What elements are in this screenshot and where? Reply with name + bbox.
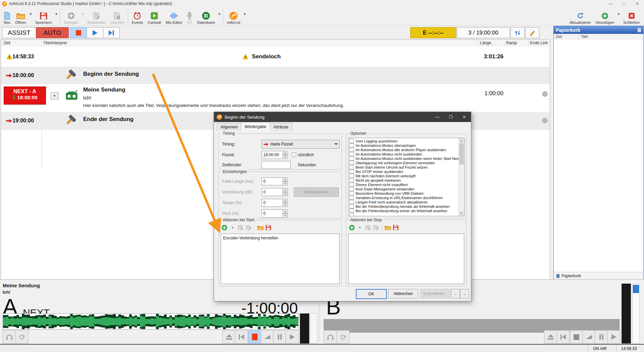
zeitfenster-input[interactable] (262, 161, 290, 169)
actions-start-list[interactable]: Encoder-Verbindung herstellen (221, 234, 339, 284)
fade-input[interactable]: 0 (262, 177, 284, 185)
add-action-button[interactable] (348, 224, 356, 231)
assist-button[interactable]: ASSIST (2, 27, 36, 38)
options-list[interactable]: Vom Logging ausnehmen Im Automations-Mod… (348, 138, 465, 216)
playlist-row-sendeloch[interactable]: 14:58:33 Sendeloch 3:01:26 (1, 47, 550, 67)
checkbox[interactable] (350, 200, 354, 204)
checkbox[interactable] (350, 148, 354, 152)
scroll-down-icon[interactable]: ▼ (459, 211, 464, 216)
save-dropdown-icon[interactable]: ▼ (54, 12, 58, 16)
option-item[interactable]: Besondere Behandlung von VBR-Dateien (348, 191, 464, 195)
options-scrollbar[interactable]: ▲ ▼ (459, 138, 464, 216)
pitch-spinner[interactable]: ▲▼ (282, 210, 288, 218)
checkbox[interactable] (350, 195, 354, 200)
add-action-button[interactable] (221, 224, 228, 231)
stop-button[interactable] (70, 27, 87, 38)
fade-spinner[interactable]: ▲▼ (282, 177, 288, 185)
player-b-volume-fader[interactable] (632, 284, 640, 344)
player-a-eject-button[interactable] (222, 330, 235, 344)
trash-col-titel[interactable]: Titel (579, 34, 643, 40)
tempo-input[interactable]: 0 (262, 199, 284, 207)
next-dropdown-button[interactable]: ▼ (51, 92, 58, 100)
mix-editor-button[interactable]: Mix-Editor (163, 7, 185, 25)
fixzeit-input[interactable]: 18:00:00 (262, 151, 284, 159)
gain-input[interactable]: 0 (262, 188, 284, 196)
option-item[interactable]: Im Automations-Modus alle anderen Player… (348, 148, 464, 152)
load-actions-button[interactable] (384, 224, 391, 231)
save-actions-button[interactable] (265, 224, 272, 231)
mairlist-menu-button[interactable]: mAirList (225, 7, 243, 25)
option-item[interactable]: Vom Logging ausnehmen (348, 139, 464, 143)
checkbox[interactable] (350, 169, 354, 174)
timing-select[interactable]: Harte Fixzeit (262, 140, 339, 149)
trash-footer-tab[interactable]: Papierkorb (554, 272, 643, 280)
maximize-icon[interactable]: ▢ (617, 1, 631, 6)
actions-stop-list[interactable] (348, 234, 464, 284)
option-item[interactable]: Bei STOP immer ausblenden (348, 169, 464, 174)
option-item[interactable]: Kein Datei-Management verwenden (348, 187, 464, 191)
trash-col-zeit[interactable]: Zeit (554, 34, 579, 40)
col-ramp[interactable]: Ramp (506, 41, 517, 45)
checkbox[interactable] (350, 161, 354, 165)
add-action-dropdown-icon[interactable]: ▼ (356, 224, 364, 231)
sort-button[interactable] (511, 27, 525, 38)
option-item[interactable]: Mit dem nächsten Element verknüpft (348, 174, 464, 178)
minimize-icon[interactable]: — (604, 1, 617, 6)
ok-button[interactable]: OK (356, 289, 387, 299)
new-button[interactable]: Neu (1, 7, 13, 25)
player-b-pause-button[interactable] (595, 330, 608, 344)
option-item[interactable]: Nicht als gespielt markieren (348, 178, 464, 182)
player-a-fade-button[interactable] (261, 330, 274, 344)
playlist-row-meine-sendung[interactable]: NEXT - A 18:00:00 ▼ Meine Sendung Ich! H… (1, 84, 550, 112)
option-item[interactable]: Variablen-Ersetzung in URL/Dateinamen du… (348, 195, 464, 200)
trash-panel-header[interactable]: Papierkorb (554, 26, 643, 34)
events-button[interactable]: Events (129, 7, 146, 25)
player-a-pause-button[interactable] (273, 330, 286, 344)
prev-element-button[interactable]: ← (451, 289, 460, 298)
scroll-thumb[interactable] (460, 143, 464, 164)
edit-playlist-button[interactable] (525, 27, 539, 38)
close-panel-button[interactable]: Schließen (621, 7, 642, 25)
mairlist-dropdown-icon[interactable]: ▼ (243, 12, 247, 16)
database-dropdown-icon[interactable]: ▼ (217, 12, 222, 16)
player-b-loop-button[interactable] (336, 330, 350, 344)
checkbox[interactable] (350, 143, 354, 148)
player-b-fade-button[interactable] (582, 330, 595, 344)
tempo-spinner[interactable]: ▲▼ (282, 199, 288, 207)
option-item[interactable]: Längen-Feld nicht automatisch aktualisie… (348, 200, 464, 204)
checkbox[interactable] (350, 174, 354, 178)
save-button[interactable]: Speichern (33, 7, 54, 25)
player-a-skip-start-button[interactable] (235, 330, 248, 344)
checkbox[interactable] (350, 165, 354, 169)
stuendlich-checkbox[interactable] (292, 153, 296, 157)
play-button[interactable] (87, 27, 103, 38)
option-item[interactable]: Im Automations-Modus nicht ausblenden (348, 152, 464, 156)
player-a-waveform[interactable] (3, 313, 299, 330)
option-item[interactable]: Überlappung mit vorherigem Element verme… (348, 161, 464, 165)
open-button[interactable]: Öffnen (13, 7, 29, 25)
action-item[interactable]: Encoder-Verbindung herstellen (221, 234, 339, 242)
dialog-close-icon[interactable]: ✕ (458, 112, 471, 122)
checkbox[interactable] (350, 209, 354, 213)
checkbox[interactable] (350, 156, 354, 161)
database-button[interactable]: Datenbank (195, 7, 217, 25)
tab-attribute[interactable]: Attribute (270, 123, 292, 131)
player-a-loop-button[interactable] (15, 330, 29, 344)
col-titel[interactable]: Titel/Interpret (43, 41, 67, 45)
close-icon[interactable]: ✕ (631, 1, 644, 6)
col-laenge[interactable]: Länge (480, 41, 491, 45)
checkbox[interactable] (350, 178, 354, 182)
checkbox[interactable] (350, 152, 354, 156)
checkbox[interactable] (350, 213, 354, 216)
col-zeit[interactable]: Zeit (4, 41, 10, 45)
option-item[interactable]: Dieses Element nicht vorpuffern (348, 182, 464, 187)
player-a-volume-fader[interactable] (310, 313, 317, 344)
checkbox[interactable] (350, 204, 354, 209)
load-actions-button[interactable] (257, 224, 264, 231)
option-item[interactable]: Im Automations-Modus überspringen (348, 143, 464, 148)
checkbox[interactable] (350, 139, 354, 143)
player-b-stop-button[interactable] (570, 330, 583, 344)
player-a-stop-button[interactable] (248, 330, 261, 344)
col-link[interactable]: Link (540, 41, 548, 45)
auto-button[interactable]: AUTO (36, 27, 69, 38)
